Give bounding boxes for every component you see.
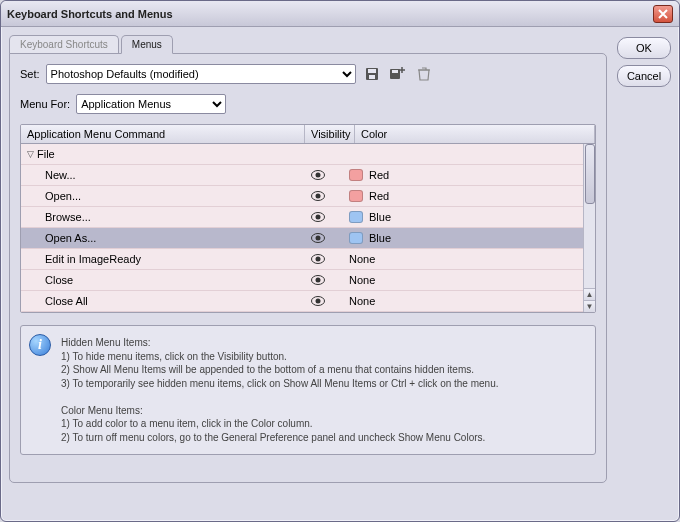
row-color-cell[interactable]: Blue <box>343 232 583 244</box>
row-visibility-toggle[interactable] <box>293 170 343 180</box>
group-label: File <box>37 148 55 160</box>
delete-set-button[interactable] <box>414 64 434 84</box>
dialog-buttons: OK Cancel <box>617 35 671 513</box>
row-color-name: Blue <box>369 232 391 244</box>
menu-for-select[interactable]: Application Menus <box>76 94 226 114</box>
row-color-name: Blue <box>369 211 391 223</box>
row-visibility-toggle[interactable] <box>293 233 343 243</box>
table-row[interactable]: CloseNone <box>21 270 583 291</box>
info-hidden-line: 3) To temporarily see hidden menu items,… <box>61 377 583 391</box>
scroll-track[interactable] <box>584 144 595 288</box>
titlebar: Keyboard Shortcuts and Menus <box>1 1 679 27</box>
dialog-content: Keyboard Shortcuts Menus Set: Photoshop … <box>1 27 679 521</box>
set-select[interactable]: Photoshop Defaults (modified) <box>46 64 356 84</box>
window-title: Keyboard Shortcuts and Menus <box>7 8 653 20</box>
row-visibility-toggle[interactable] <box>293 275 343 285</box>
menu-for-row: Menu For: Application Menus <box>20 94 596 114</box>
table-header: Application Menu Command Visibility Colo… <box>21 125 595 144</box>
svg-point-18 <box>316 299 321 304</box>
svg-point-6 <box>316 173 321 178</box>
row-visibility-toggle[interactable] <box>293 254 343 264</box>
svg-rect-1 <box>368 69 376 73</box>
ok-button[interactable]: OK <box>617 37 671 59</box>
svg-point-12 <box>316 236 321 241</box>
row-visibility-toggle[interactable] <box>293 212 343 222</box>
set-label: Set: <box>20 68 40 80</box>
color-swatch <box>349 169 363 181</box>
row-color-name: None <box>349 253 375 265</box>
info-hidden-line: 1) To hide menu items, click on the Visi… <box>61 350 583 364</box>
menus-panel: Set: Photoshop Defaults (modified) <box>9 53 607 483</box>
tab-keyboard-shortcuts[interactable]: Keyboard Shortcuts <box>9 35 119 54</box>
col-color[interactable]: Color <box>355 125 595 143</box>
info-color-line: 2) To turn off menu colors, go to the Ge… <box>61 431 583 445</box>
row-command-label: Open As... <box>21 232 293 244</box>
svg-rect-4 <box>392 70 398 73</box>
menu-table: Application Menu Command Visibility Colo… <box>20 124 596 313</box>
scroll-thumb[interactable] <box>585 144 595 204</box>
row-command-label: Close <box>21 274 293 286</box>
row-color-name: None <box>349 295 375 307</box>
set-row: Set: Photoshop Defaults (modified) <box>20 64 596 84</box>
info-hidden-title: Hidden Menu Items: <box>61 336 583 350</box>
group-row-file[interactable]: ▽ File <box>21 144 583 165</box>
tab-menus[interactable]: Menus <box>121 35 173 54</box>
col-command[interactable]: Application Menu Command <box>21 125 305 143</box>
table-row[interactable]: Browse...Blue <box>21 207 583 228</box>
color-swatch <box>349 211 363 223</box>
row-color-cell[interactable]: None <box>343 295 583 307</box>
trash-icon <box>418 67 430 81</box>
table-row[interactable]: Edit in ImageReadyNone <box>21 249 583 270</box>
table-row[interactable]: Open...Red <box>21 186 583 207</box>
table-body: New...RedOpen...RedBrowse...BlueOpen As.… <box>21 165 583 312</box>
svg-rect-2 <box>369 75 375 79</box>
scroll-up-icon[interactable]: ▲ <box>584 288 595 300</box>
table-row[interactable]: Close AllNone <box>21 291 583 312</box>
row-color-cell[interactable]: None <box>343 253 583 265</box>
main-panel-wrap: Keyboard Shortcuts Menus Set: Photoshop … <box>9 35 607 513</box>
svg-point-10 <box>316 215 321 220</box>
close-button[interactable] <box>653 5 673 23</box>
row-command-label: Edit in ImageReady <box>21 253 293 265</box>
save-set-button[interactable] <box>362 64 382 84</box>
eye-icon <box>311 233 325 243</box>
save-icon <box>365 67 379 81</box>
menu-for-label: Menu For: <box>20 98 70 110</box>
info-box: i Hidden Menu Items: 1) To hide menu ite… <box>20 325 596 455</box>
row-color-name: Red <box>369 190 389 202</box>
vertical-scrollbar[interactable]: ▲ ▼ <box>583 144 595 312</box>
row-command-label: New... <box>21 169 293 181</box>
new-set-icon <box>390 67 406 81</box>
row-visibility-toggle[interactable] <box>293 191 343 201</box>
disclosure-triangle-icon[interactable]: ▽ <box>25 149 35 159</box>
table-row[interactable]: Open As...Blue <box>21 228 583 249</box>
close-icon <box>658 9 668 19</box>
info-color-line: 1) To add color to a menu item, click in… <box>61 417 583 431</box>
new-set-button[interactable] <box>388 64 408 84</box>
row-command-label: Browse... <box>21 211 293 223</box>
col-visibility[interactable]: Visibility <box>305 125 355 143</box>
row-color-cell[interactable]: Blue <box>343 211 583 223</box>
row-visibility-toggle[interactable] <box>293 296 343 306</box>
info-color-title: Color Menu Items: <box>61 404 583 418</box>
row-color-cell[interactable]: Red <box>343 169 583 181</box>
row-color-cell[interactable]: Red <box>343 190 583 202</box>
svg-point-14 <box>316 257 321 262</box>
dialog-window: Keyboard Shortcuts and Menus Keyboard Sh… <box>0 0 680 522</box>
row-color-cell[interactable]: None <box>343 274 583 286</box>
cancel-button[interactable]: Cancel <box>617 65 671 87</box>
tab-strip: Keyboard Shortcuts Menus <box>9 35 607 54</box>
row-color-name: None <box>349 274 375 286</box>
info-hidden-line: 2) Show All Menu Items will be appended … <box>61 363 583 377</box>
row-color-name: Red <box>369 169 389 181</box>
eye-icon <box>311 191 325 201</box>
color-swatch <box>349 232 363 244</box>
row-command-label: Close All <box>21 295 293 307</box>
eye-icon <box>311 212 325 222</box>
scroll-down-icon[interactable]: ▼ <box>584 300 595 312</box>
row-command-label: Open... <box>21 190 293 202</box>
table-row[interactable]: New...Red <box>21 165 583 186</box>
color-swatch <box>349 190 363 202</box>
eye-icon <box>311 296 325 306</box>
svg-point-8 <box>316 194 321 199</box>
